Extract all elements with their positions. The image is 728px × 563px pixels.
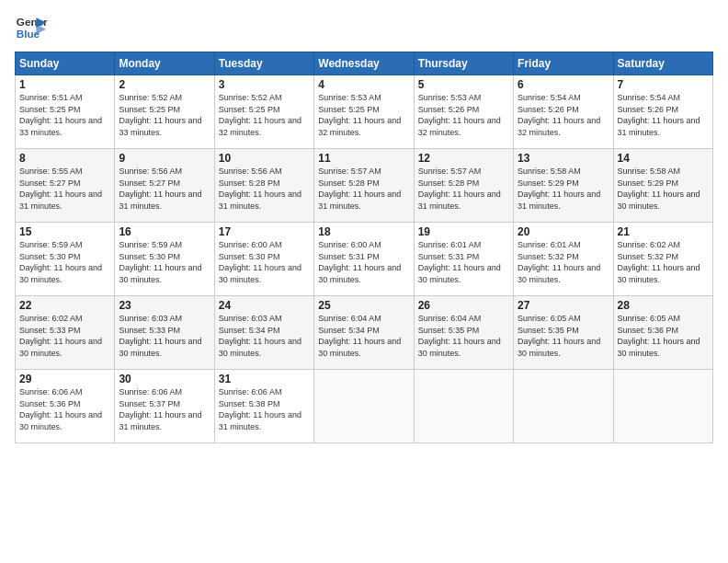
day-info: Sunrise: 6:01 AMSunset: 5:32 PMDaylight:… bbox=[518, 240, 600, 284]
day-number: 14 bbox=[618, 152, 709, 165]
day-number: 21 bbox=[618, 225, 709, 238]
day-info: Sunrise: 5:54 AMSunset: 5:26 PMDaylight:… bbox=[518, 93, 600, 137]
day-info: Sunrise: 5:54 AMSunset: 5:26 PMDaylight:… bbox=[618, 93, 700, 137]
logo-icon: General Blue bbox=[15, 11, 48, 44]
calendar-cell: 15Sunrise: 5:59 AMSunset: 5:30 PMDayligh… bbox=[16, 223, 115, 296]
day-number: 2 bbox=[119, 78, 210, 91]
calendar-cell bbox=[314, 370, 414, 443]
day-info: Sunrise: 5:57 AMSunset: 5:28 PMDaylight:… bbox=[418, 167, 501, 211]
day-number: 15 bbox=[19, 225, 110, 238]
day-info: Sunrise: 6:03 AMSunset: 5:34 PMDaylight:… bbox=[219, 314, 301, 358]
day-info: Sunrise: 6:00 AMSunset: 5:31 PMDaylight:… bbox=[318, 240, 401, 284]
calendar-cell bbox=[613, 370, 712, 443]
calendar-cell: 5Sunrise: 5:53 AMSunset: 5:26 PMDaylight… bbox=[414, 75, 513, 149]
calendar-week-3: 15Sunrise: 5:59 AMSunset: 5:30 PMDayligh… bbox=[16, 223, 713, 296]
calendar-cell: 6Sunrise: 5:54 AMSunset: 5:26 PMDaylight… bbox=[514, 75, 613, 149]
calendar-cell: 25Sunrise: 6:04 AMSunset: 5:34 PMDayligh… bbox=[314, 296, 414, 370]
day-number: 8 bbox=[19, 152, 110, 165]
day-number: 16 bbox=[119, 225, 210, 238]
day-number: 24 bbox=[219, 299, 310, 312]
day-number: 13 bbox=[518, 152, 609, 165]
calendar-week-4: 22Sunrise: 6:02 AMSunset: 5:33 PMDayligh… bbox=[16, 296, 713, 370]
day-info: Sunrise: 5:58 AMSunset: 5:29 PMDaylight:… bbox=[618, 167, 700, 211]
calendar-cell bbox=[514, 370, 613, 443]
calendar-cell: 28Sunrise: 6:05 AMSunset: 5:36 PMDayligh… bbox=[613, 296, 712, 370]
calendar-cell: 31Sunrise: 6:06 AMSunset: 5:38 PMDayligh… bbox=[214, 370, 313, 443]
day-info: Sunrise: 6:00 AMSunset: 5:30 PMDaylight:… bbox=[219, 240, 301, 284]
day-number: 27 bbox=[518, 299, 609, 312]
day-info: Sunrise: 5:53 AMSunset: 5:26 PMDaylight:… bbox=[418, 93, 501, 137]
day-number: 23 bbox=[119, 299, 210, 312]
day-info: Sunrise: 5:52 AMSunset: 5:25 PMDaylight:… bbox=[219, 93, 301, 137]
calendar-week-1: 1Sunrise: 5:51 AMSunset: 5:25 PMDaylight… bbox=[16, 75, 713, 149]
day-info: Sunrise: 6:06 AMSunset: 5:38 PMDaylight:… bbox=[219, 387, 301, 431]
calendar-cell: 16Sunrise: 5:59 AMSunset: 5:30 PMDayligh… bbox=[115, 223, 214, 296]
day-number: 26 bbox=[418, 299, 509, 312]
day-info: Sunrise: 6:03 AMSunset: 5:33 PMDaylight:… bbox=[119, 314, 201, 358]
calendar-cell: 13Sunrise: 5:58 AMSunset: 5:29 PMDayligh… bbox=[514, 149, 613, 223]
calendar-cell: 20Sunrise: 6:01 AMSunset: 5:32 PMDayligh… bbox=[514, 223, 613, 296]
page: General Blue SundayMondayTuesdayWednesda… bbox=[0, 0, 728, 563]
calendar-cell: 19Sunrise: 6:01 AMSunset: 5:31 PMDayligh… bbox=[414, 223, 513, 296]
day-number: 6 bbox=[518, 78, 609, 91]
calendar-cell: 27Sunrise: 6:05 AMSunset: 5:35 PMDayligh… bbox=[514, 296, 613, 370]
day-info: Sunrise: 5:59 AMSunset: 5:30 PMDaylight:… bbox=[19, 240, 102, 284]
weekday-header-tuesday: Tuesday bbox=[214, 52, 313, 75]
day-number: 28 bbox=[618, 299, 709, 312]
day-info: Sunrise: 6:02 AMSunset: 5:33 PMDaylight:… bbox=[19, 314, 102, 358]
calendar-cell: 23Sunrise: 6:03 AMSunset: 5:33 PMDayligh… bbox=[115, 296, 214, 370]
day-number: 10 bbox=[219, 152, 310, 165]
day-number: 19 bbox=[418, 225, 509, 238]
day-number: 7 bbox=[618, 78, 709, 91]
day-number: 25 bbox=[318, 299, 409, 312]
day-info: Sunrise: 6:02 AMSunset: 5:32 PMDaylight:… bbox=[618, 240, 700, 284]
day-info: Sunrise: 5:57 AMSunset: 5:28 PMDaylight:… bbox=[318, 167, 401, 211]
calendar-cell: 4Sunrise: 5:53 AMSunset: 5:25 PMDaylight… bbox=[314, 75, 414, 149]
day-number: 11 bbox=[318, 152, 409, 165]
day-number: 9 bbox=[119, 152, 210, 165]
day-number: 22 bbox=[19, 299, 110, 312]
calendar-cell: 3Sunrise: 5:52 AMSunset: 5:25 PMDaylight… bbox=[214, 75, 313, 149]
day-number: 20 bbox=[518, 225, 609, 238]
calendar-cell: 9Sunrise: 5:56 AMSunset: 5:27 PMDaylight… bbox=[115, 149, 214, 223]
calendar: SundayMondayTuesdayWednesdayThursdayFrid… bbox=[15, 52, 713, 443]
weekday-header-wednesday: Wednesday bbox=[314, 52, 414, 75]
weekday-header-saturday: Saturday bbox=[613, 52, 712, 75]
day-number: 29 bbox=[19, 373, 110, 385]
weekday-header-thursday: Thursday bbox=[414, 52, 513, 75]
day-number: 30 bbox=[119, 373, 210, 385]
day-number: 5 bbox=[418, 78, 509, 91]
day-info: Sunrise: 5:51 AMSunset: 5:25 PMDaylight:… bbox=[19, 93, 102, 137]
day-number: 18 bbox=[318, 225, 409, 238]
day-info: Sunrise: 5:56 AMSunset: 5:28 PMDaylight:… bbox=[219, 167, 301, 211]
calendar-cell: 8Sunrise: 5:55 AMSunset: 5:27 PMDaylight… bbox=[16, 149, 115, 223]
day-number: 4 bbox=[318, 78, 409, 91]
day-number: 3 bbox=[219, 78, 310, 91]
calendar-cell: 29Sunrise: 6:06 AMSunset: 5:36 PMDayligh… bbox=[16, 370, 115, 443]
day-number: 1 bbox=[19, 78, 110, 91]
calendar-cell: 18Sunrise: 6:00 AMSunset: 5:31 PMDayligh… bbox=[314, 223, 414, 296]
calendar-cell bbox=[414, 370, 513, 443]
calendar-cell: 26Sunrise: 6:04 AMSunset: 5:35 PMDayligh… bbox=[414, 296, 513, 370]
calendar-cell: 17Sunrise: 6:00 AMSunset: 5:30 PMDayligh… bbox=[214, 223, 313, 296]
day-info: Sunrise: 6:06 AMSunset: 5:37 PMDaylight:… bbox=[119, 387, 201, 431]
day-number: 17 bbox=[219, 225, 310, 238]
day-info: Sunrise: 5:58 AMSunset: 5:29 PMDaylight:… bbox=[518, 167, 600, 211]
logo: General Blue bbox=[15, 11, 48, 44]
weekday-header-row: SundayMondayTuesdayWednesdayThursdayFrid… bbox=[16, 52, 713, 75]
day-info: Sunrise: 6:05 AMSunset: 5:36 PMDaylight:… bbox=[618, 314, 700, 358]
calendar-cell: 21Sunrise: 6:02 AMSunset: 5:32 PMDayligh… bbox=[613, 223, 712, 296]
calendar-cell: 30Sunrise: 6:06 AMSunset: 5:37 PMDayligh… bbox=[115, 370, 214, 443]
weekday-header-sunday: Sunday bbox=[16, 52, 115, 75]
day-info: Sunrise: 5:55 AMSunset: 5:27 PMDaylight:… bbox=[19, 167, 102, 211]
day-number: 31 bbox=[219, 373, 310, 385]
calendar-cell: 22Sunrise: 6:02 AMSunset: 5:33 PMDayligh… bbox=[16, 296, 115, 370]
calendar-cell: 10Sunrise: 5:56 AMSunset: 5:28 PMDayligh… bbox=[214, 149, 313, 223]
weekday-header-friday: Friday bbox=[514, 52, 613, 75]
day-info: Sunrise: 6:01 AMSunset: 5:31 PMDaylight:… bbox=[418, 240, 501, 284]
day-info: Sunrise: 6:04 AMSunset: 5:35 PMDaylight:… bbox=[418, 314, 501, 358]
calendar-cell: 7Sunrise: 5:54 AMSunset: 5:26 PMDaylight… bbox=[613, 75, 712, 149]
calendar-week-5: 29Sunrise: 6:06 AMSunset: 5:36 PMDayligh… bbox=[16, 370, 713, 443]
day-info: Sunrise: 6:04 AMSunset: 5:34 PMDaylight:… bbox=[318, 314, 401, 358]
calendar-cell: 11Sunrise: 5:57 AMSunset: 5:28 PMDayligh… bbox=[314, 149, 414, 223]
